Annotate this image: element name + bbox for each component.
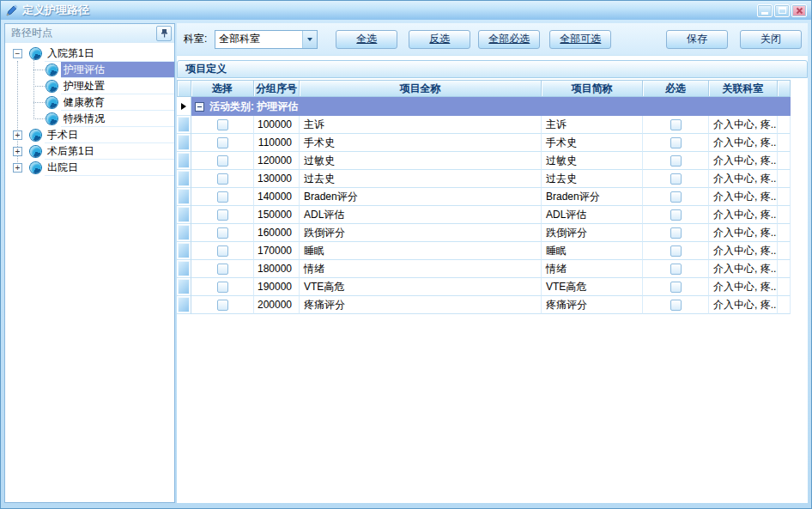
row-handle[interactable] <box>178 243 190 258</box>
tree-item[interactable]: 特殊情况 <box>5 111 174 127</box>
group-no-cell: 150000 <box>254 206 300 224</box>
maximize-button[interactable] <box>774 4 790 17</box>
select-checkbox[interactable] <box>217 282 228 293</box>
row-indicator-cell <box>177 188 191 206</box>
row-handle[interactable] <box>178 135 190 150</box>
table-row[interactable]: 200000疼痛评分疼痛评分介入中心, 疼... <box>177 296 791 314</box>
required-checkbox[interactable] <box>670 245 682 257</box>
tree-item[interactable]: +出院日 <box>5 160 174 176</box>
required-checkbox[interactable] <box>670 155 682 167</box>
tree-node-icon <box>30 162 41 173</box>
tree-item-label[interactable]: 入院第1日 <box>45 45 174 62</box>
column-header-filler <box>778 80 791 97</box>
column-header-required[interactable]: 必选 <box>643 80 709 97</box>
save-button[interactable]: 保存 <box>666 30 728 49</box>
dept-combobox-dropdown-button[interactable] <box>302 31 317 48</box>
tree-item[interactable]: +术后第1日 <box>5 143 174 160</box>
required-checkbox[interactable] <box>670 264 682 275</box>
select-checkbox[interactable] <box>217 245 228 257</box>
short-name-cell: 手术史 <box>542 134 643 152</box>
select-checkbox[interactable] <box>217 191 228 203</box>
row-handle[interactable] <box>178 279 190 294</box>
expand-icon[interactable]: + <box>13 163 22 173</box>
select-checkbox[interactable] <box>217 300 228 311</box>
row-handle[interactable] <box>178 261 190 276</box>
required-checkbox[interactable] <box>670 227 682 239</box>
tree-item-label[interactable]: 护理评估 <box>61 62 174 78</box>
tree-item-label[interactable]: 护理处置 <box>61 78 174 94</box>
row-handle[interactable] <box>178 117 190 132</box>
tree-item[interactable]: −入院第1日 <box>5 45 174 62</box>
table-row[interactable]: 160000跌倒评分跌倒评分介入中心, 疼... <box>177 224 791 242</box>
path-panel: 路径时点 −入院第1日护理评估护理处置健康教育特殊情况+手术日+术后第1日+出院… <box>4 23 175 503</box>
select-checkbox[interactable] <box>217 155 228 167</box>
required-checkbox[interactable] <box>670 137 682 148</box>
collapse-icon[interactable] <box>195 102 204 112</box>
table-row[interactable]: 150000ADL评估ADL评估介入中心, 疼... <box>177 206 791 224</box>
group-row-label: 活动类别: 护理评估 <box>209 100 298 114</box>
row-handle[interactable] <box>178 207 190 222</box>
column-header-full-name[interactable]: 项目全称 <box>300 80 542 97</box>
column-header-select[interactable]: 选择 <box>191 80 254 97</box>
group-no-cell: 120000 <box>254 152 300 170</box>
all-optional-button[interactable]: 全部可选 <box>549 30 611 49</box>
expand-icon[interactable]: + <box>13 130 22 140</box>
select-checkbox[interactable] <box>217 264 228 275</box>
column-header-short-name[interactable]: 项目简称 <box>542 80 643 97</box>
row-handle[interactable] <box>178 225 190 240</box>
dept-combobox[interactable]: 全部科室 <box>215 30 318 49</box>
tree-item-label[interactable]: 术后第1日 <box>45 143 174 160</box>
close-button[interactable] <box>791 4 807 17</box>
invert-selection-button[interactable]: 反选 <box>409 30 470 49</box>
select-checkbox[interactable] <box>217 227 228 239</box>
column-header-group-no[interactable]: 分组序号 <box>254 80 300 97</box>
required-checkbox[interactable] <box>670 191 682 203</box>
tree-item[interactable]: 护理处置 <box>5 78 174 94</box>
required-checkbox[interactable] <box>670 300 682 311</box>
row-handle[interactable] <box>178 189 190 204</box>
window-title: 定义护理路径 <box>22 3 753 18</box>
close-form-button[interactable]: 关闭 <box>740 30 802 49</box>
row-indicator-cell <box>177 116 191 134</box>
short-name-cell: 跌倒评分 <box>542 224 643 242</box>
tree-item-label[interactable]: 出院日 <box>45 160 174 176</box>
table-row[interactable]: 190000VTE高危VTE高危介入中心, 疼... <box>177 278 791 296</box>
table-row[interactable]: 120000过敏史过敏史介入中心, 疼... <box>177 152 791 170</box>
table-row[interactable]: 140000Braden评分Braden评分介入中心, 疼... <box>177 188 791 206</box>
table-row[interactable]: 170000睡眠睡眠介入中心, 疼... <box>177 242 791 260</box>
tree-item[interactable]: +手术日 <box>5 127 174 143</box>
expand-icon[interactable]: + <box>13 147 22 156</box>
all-required-button[interactable]: 全部必选 <box>478 30 540 49</box>
dept-cell: 介入中心, 疼... <box>709 170 778 188</box>
select-checkbox[interactable] <box>217 137 228 148</box>
table-row[interactable]: 180000情绪情绪介入中心, 疼... <box>177 260 791 278</box>
required-checkbox[interactable] <box>670 173 682 185</box>
select-checkbox[interactable] <box>217 209 228 221</box>
group-row[interactable]: 活动类别: 护理评估 <box>177 97 791 116</box>
tree-item-label[interactable]: 手术日 <box>45 127 174 143</box>
table-row[interactable]: 110000手术史手术史介入中心, 疼... <box>177 134 791 152</box>
select-checkbox[interactable] <box>217 173 228 185</box>
required-checkbox[interactable] <box>670 282 682 293</box>
select-checkbox[interactable] <box>217 119 228 130</box>
pin-button[interactable] <box>156 26 172 41</box>
dept-cell: 介入中心, 疼... <box>709 260 778 278</box>
row-handle[interactable] <box>178 153 190 168</box>
tree-item[interactable]: 健康教育 <box>5 94 174 111</box>
table-row[interactable]: 100000主诉主诉介入中心, 疼... <box>177 116 791 134</box>
column-header-dept[interactable]: 关联科室 <box>709 80 778 97</box>
select-cell <box>191 152 254 170</box>
tree-item[interactable]: 护理评估 <box>5 62 174 78</box>
required-checkbox[interactable] <box>670 119 682 130</box>
tree-item-label[interactable]: 健康教育 <box>61 94 174 111</box>
table-row[interactable]: 130000过去史过去史介入中心, 疼... <box>177 170 791 188</box>
minimize-button[interactable] <box>757 4 773 17</box>
required-checkbox[interactable] <box>670 209 682 221</box>
tree-item-label[interactable]: 特殊情况 <box>61 111 174 127</box>
row-handle[interactable] <box>178 297 190 312</box>
row-handle[interactable] <box>178 171 190 186</box>
group-no-cell: 110000 <box>254 134 300 152</box>
select-all-button[interactable]: 全选 <box>336 30 397 49</box>
select-cell <box>191 206 254 224</box>
collapse-icon[interactable]: − <box>13 49 22 58</box>
